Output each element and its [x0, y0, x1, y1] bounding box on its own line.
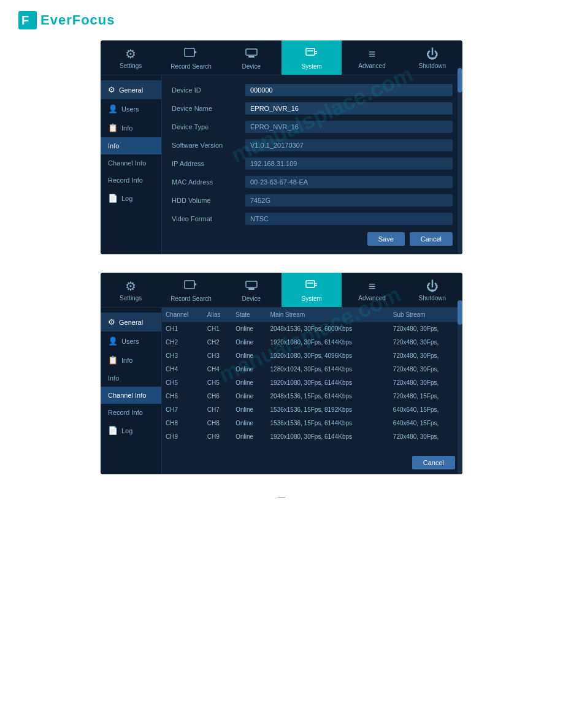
field-label-ip-address: IP Address — [172, 160, 239, 167]
nav-record-search[interactable]: Record Search — [161, 40, 221, 75]
cell-main: 2048x1536, 30Fps, 6000Kbps — [267, 322, 389, 336]
col-alias: Alias — [204, 308, 232, 322]
scroll-bar-1[interactable] — [458, 68, 462, 254]
p2-settings-icon: ⚙ — [125, 280, 136, 292]
nav-advanced[interactable]: ≡ Advanced — [342, 40, 402, 75]
field-label-video-format: Video Format — [172, 215, 239, 222]
nav-settings[interactable]: ⚙ Settings — [101, 40, 161, 75]
cell-state: Online — [232, 336, 266, 349]
p2-nav-system[interactable]: System — [282, 273, 342, 307]
p2-users-icon: 👤 — [108, 336, 118, 346]
field-value-mac-address: 00-23-63-67-48-EA — [245, 176, 453, 188]
table-row: CH2CH2Online1920x1080, 30Fps, 6144Kbps72… — [162, 336, 462, 349]
svg-rect-14 — [306, 281, 315, 287]
cell-channel: CH9 — [162, 430, 204, 444]
sidebar-info-label: Info — [121, 124, 132, 132]
sidebar-info2-label: Info — [108, 142, 119, 150]
nav-shutdown[interactable]: ⏻ Shutdown — [402, 40, 462, 75]
logo: F EverFocus — [18, 11, 545, 29]
p2-sidebar-log-label: Log — [121, 427, 132, 434]
scroll-thumb-1 — [458, 68, 462, 93]
cell-alias: CH1 — [204, 322, 232, 336]
sidebar-channel-info[interactable]: Channel Info — [101, 154, 161, 172]
cell-state: Online — [232, 322, 266, 336]
cell-state: Online — [232, 363, 266, 376]
table-row: CH8CH8Online1536x1536, 15Fps, 6144Kbps64… — [162, 417, 462, 430]
log-icon: 📄 — [108, 194, 118, 203]
p2-nav-advanced[interactable]: ≡ Advanced — [342, 273, 402, 307]
cell-state: Online — [232, 376, 266, 390]
p2-sidebar-info2[interactable]: Info — [101, 370, 161, 387]
p2-nav-record-search[interactable]: Record Search — [161, 273, 221, 307]
svg-marker-11 — [194, 282, 197, 286]
p2-nav-settings[interactable]: ⚙ Settings — [101, 273, 161, 307]
p2-nav-device[interactable]: Device — [221, 273, 282, 307]
p2-sidebar-channel-info[interactable]: Channel Info — [101, 387, 161, 404]
p2-nav-shutdown[interactable]: ⏻ Shutdown — [402, 273, 462, 307]
cell-channel: CH7 — [162, 403, 204, 417]
svg-rect-2 — [185, 48, 194, 56]
cell-channel: CH5 — [162, 376, 204, 390]
panel1-wrapper: manualsplace.com ⚙ Settings Record Searc… — [0, 40, 563, 254]
field-value-hdd-volume: 7452G — [245, 194, 453, 207]
field-mac-address: MAC Address 00-23-63-67-48-EA — [172, 176, 453, 188]
channel-info-table-container: Channel Alias State Main Stream Sub Stre… — [162, 308, 462, 444]
p2-cancel-button[interactable]: Cancel — [412, 456, 455, 469]
sidebar-info[interactable]: 📋 Info — [101, 118, 161, 137]
cell-state: Online — [232, 430, 266, 444]
svg-rect-4 — [246, 49, 257, 55]
channel-info-table: Channel Alias State Main Stream Sub Stre… — [162, 308, 462, 444]
cell-sub: 720x480, 30Fps, — [389, 322, 462, 336]
nav-device[interactable]: Device — [221, 40, 282, 75]
nav-shutdown-label: Shutdown — [419, 63, 446, 69]
svg-rect-15 — [307, 282, 313, 284]
sidebar-log[interactable]: 📄 Log — [101, 189, 161, 208]
cell-main: 1536x1536, 15Fps, 6144Kbps — [267, 417, 389, 430]
field-label-device-type: Device Type — [172, 123, 239, 131]
field-label-hdd-volume: HDD Volume — [172, 197, 239, 204]
panel1-content: Device ID Device Name Device Type EPRO_N… — [162, 75, 462, 254]
cell-main: 1920x1080, 30Fps, 6144Kbps — [267, 430, 389, 444]
sidebar-info2[interactable]: Info — [101, 137, 161, 154]
panel2-top-nav: ⚙ Settings Record Search Device System — [101, 273, 462, 308]
field-hdd-volume: HDD Volume 7452G — [172, 194, 453, 207]
field-device-id: Device ID — [172, 84, 453, 96]
sidebar-users[interactable]: 👤 Users — [101, 99, 161, 118]
cell-alias: CH2 — [204, 336, 232, 349]
cell-main: 1920x1080, 30Fps, 6144Kbps — [267, 376, 389, 390]
p2-sidebar-log[interactable]: 📄 Log — [101, 421, 161, 440]
field-video-format: Video Format NTSC — [172, 213, 453, 225]
sidebar-record-info[interactable]: Record Info — [101, 172, 161, 189]
cell-state: Online — [232, 390, 266, 403]
shutdown-icon: ⏻ — [426, 48, 439, 60]
field-input-device-id[interactable] — [245, 84, 453, 96]
nav-system[interactable]: System — [282, 40, 342, 75]
p2-sidebar-record-info[interactable]: Record Info — [101, 404, 161, 421]
field-input-device-name[interactable] — [245, 102, 453, 115]
cell-alias: CH7 — [204, 403, 232, 417]
table-row: CH7CH7Online1536x1536, 15Fps, 8192Kbps64… — [162, 403, 462, 417]
sidebar-general[interactable]: ⚙ General — [101, 80, 161, 99]
sidebar-general-label: General — [119, 86, 143, 94]
p2-sidebar-general[interactable]: ⚙ General — [101, 313, 161, 332]
cell-alias: CH8 — [204, 417, 232, 430]
panel2-wrapper: manualsplace.com ⚙ Settings Record Searc… — [0, 273, 563, 474]
svg-marker-3 — [194, 50, 197, 54]
field-label-device-id: Device ID — [172, 86, 239, 94]
sidebar-record-info-label: Record Info — [108, 176, 143, 184]
p2-sidebar-info[interactable]: 📋 Info — [101, 351, 161, 370]
field-value-software-version: V1.0.1_20170307 — [245, 139, 453, 151]
sidebar-log-label: Log — [121, 195, 132, 202]
cell-sub: 720x480, 15Fps, — [389, 390, 462, 403]
scroll-bar-2[interactable] — [458, 300, 462, 474]
p2-record-search-icon — [184, 280, 197, 293]
cancel-button[interactable]: Cancel — [410, 232, 453, 246]
page-footer: — — [0, 493, 563, 501]
save-button[interactable]: Save — [367, 232, 405, 246]
p2-sidebar-users[interactable]: 👤 Users — [101, 332, 161, 351]
panel2: manualsplace.com ⚙ Settings Record Searc… — [101, 273, 462, 474]
cell-state: Online — [232, 417, 266, 430]
cell-main: 1920x1080, 30Fps, 4096Kbps — [267, 349, 389, 363]
panel1-top-nav: ⚙ Settings Record Search Device System — [101, 40, 462, 75]
info-icon: 📋 — [108, 123, 118, 132]
